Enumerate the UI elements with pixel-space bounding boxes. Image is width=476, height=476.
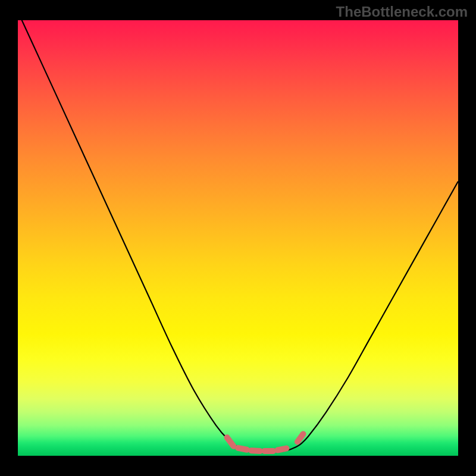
bottleneck-curve [18,20,458,452]
marker-segment [298,434,303,441]
marker-segment [227,437,234,446]
curve-svg [18,20,458,456]
watermark-text: TheBottleneck.com [336,4,468,20]
chart-container: TheBottleneck.com [0,0,476,476]
marker-segment [238,448,247,450]
marker-segment [278,449,287,450]
marker-segment [251,450,260,451]
plot-area [18,20,458,456]
